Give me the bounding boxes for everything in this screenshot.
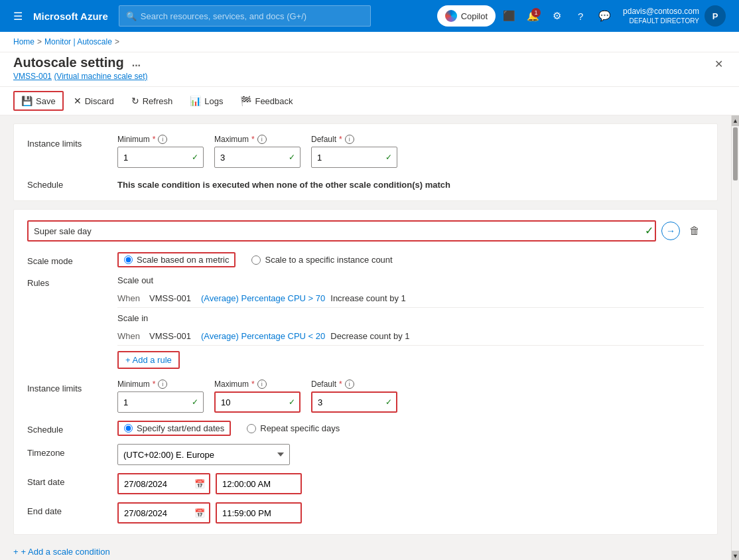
start-date-label: Start date	[27, 473, 107, 487]
minimum-check-icon: ✓	[192, 153, 198, 162]
rule1-when: When	[117, 293, 144, 303]
avatar[interactable]: P	[705, 5, 726, 27]
logs-icon: 📊	[190, 96, 201, 106]
notifications-button[interactable]: 🔔 1	[522, 5, 543, 27]
sc-minimum-check-icon: ✓	[192, 397, 198, 407]
azure-logo-title: Microsoft Azure	[33, 11, 108, 22]
repeat-days-option[interactable]: Repeat specific days	[247, 423, 340, 433]
page-title: Autoscale setting ...	[13, 55, 148, 70]
breadcrumb-monitor[interactable]: Monitor | Autoscale	[44, 37, 112, 46]
minimum-input[interactable]	[117, 147, 204, 168]
sc-default-label: Default	[311, 380, 336, 389]
scale-count-radio[interactable]	[251, 255, 261, 265]
sc-maximum-input[interactable]	[214, 391, 301, 413]
feedback-button[interactable]: 🏁 Feedback	[233, 92, 300, 110]
refresh-button[interactable]: ↻ Refresh	[124, 92, 180, 110]
settings-icon: ⚙	[553, 10, 561, 22]
scroll-up-button[interactable]: ▲	[732, 115, 739, 126]
feedback-icon-button[interactable]: 💬	[594, 5, 615, 27]
cloud-shell-button[interactable]: ⬛	[498, 5, 519, 27]
condition-arrow-button[interactable]: →	[661, 222, 680, 240]
sc-maximum-label: Maximum	[214, 380, 249, 389]
default-group: Default * i ✓	[311, 135, 397, 168]
maximum-check-icon: ✓	[289, 153, 295, 162]
rule2-action: Decrease count by 1	[330, 331, 409, 341]
search-input[interactable]	[141, 11, 364, 21]
max-group: Maximum * i ✓	[214, 135, 301, 168]
sc-min-group: Minimum * i ✓	[117, 380, 204, 413]
settings-button[interactable]: ⚙	[546, 5, 567, 27]
condition-name-check-icon: ✓	[645, 224, 653, 237]
logs-button[interactable]: 📊 Logs	[182, 92, 230, 110]
rule1-condition[interactable]: (Average) Percentage CPU > 70	[201, 293, 325, 303]
plus-icon: +	[13, 547, 19, 557]
add-condition-label: + Add a scale condition	[21, 547, 110, 557]
scale-metric-label: Scale based on a metric	[137, 255, 229, 265]
page-subtitle[interactable]: VMSS-001 (Virtual machine scale set)	[13, 72, 148, 81]
default-info-icon[interactable]: i	[345, 135, 354, 144]
specify-dates-radio[interactable]	[124, 424, 133, 433]
condition-name-input[interactable]	[27, 220, 656, 242]
rule1-resource: VMSS-001	[149, 293, 196, 303]
save-button[interactable]: 💾 Save	[13, 91, 64, 111]
refresh-icon: ↻	[131, 96, 139, 106]
feedback-nav-icon: 💬	[598, 10, 611, 22]
sc-default-input[interactable]	[311, 391, 397, 413]
user-name-display: pdavis@contoso.com DEFAULT DIRECTORY	[623, 7, 699, 26]
rule2-condition[interactable]: (Average) Percentage CPU < 20	[201, 331, 325, 341]
start-time-input[interactable]	[216, 473, 302, 494]
scroll-down-button[interactable]: ▼	[732, 551, 739, 560]
scale-in-label: Scale in	[117, 313, 704, 323]
help-icon: ?	[578, 11, 583, 22]
start-date-calendar-icon[interactable]: 📅	[194, 479, 205, 489]
breadcrumb: Home > Monitor | Autoscale >	[0, 32, 739, 52]
sc-maximum-info-icon[interactable]: i	[257, 380, 267, 389]
copilot-icon	[445, 10, 457, 22]
minimum-info-icon[interactable]: i	[158, 135, 167, 144]
search-bar[interactable]: 🔍	[119, 5, 371, 27]
default-input[interactable]	[311, 147, 397, 168]
add-condition-button[interactable]: + + Add a scale condition	[13, 543, 110, 560]
schedule-radio-group: Specify start/end dates Repeat specific …	[117, 421, 340, 436]
page-options-button[interactable]: ...	[132, 57, 141, 69]
toolbar: 💾 Save ✕ Discard ↻ Refresh 📊 Logs 🏁 Feed…	[0, 87, 739, 115]
scale-out-label: Scale out	[117, 275, 704, 285]
repeat-days-radio[interactable]	[247, 424, 256, 433]
scale-metric-radio[interactable]	[124, 255, 133, 264]
timezone-select[interactable]: (UTC+02:00) E. Europe	[117, 444, 290, 465]
scale-mode-label: Scale mode	[27, 252, 107, 266]
top-navigation: ☰ Microsoft Azure 🔍 Copilot ⬛ 🔔 1 ⚙ ? 💬 …	[0, 0, 739, 32]
end-date-label: End date	[27, 502, 107, 516]
scale-count-label: Scale to a specific instance count	[265, 255, 392, 265]
copilot-button[interactable]: Copilot	[437, 5, 496, 27]
discard-button[interactable]: ✕ Discard	[66, 92, 121, 110]
sc-default-info-icon[interactable]: i	[345, 380, 354, 389]
hamburger-menu-icon[interactable]: ☰	[8, 7, 28, 25]
minimum-label: Minimum	[117, 135, 150, 144]
maximum-info-icon[interactable]: i	[257, 135, 267, 144]
maximum-input[interactable]	[214, 147, 301, 168]
main-content: Instance limits Minimum * i ✓	[0, 115, 731, 560]
page-header: Autoscale setting ... VMSS-001 (Virtual …	[0, 52, 739, 87]
table-row: When VMSS-001 (Average) Percentage CPU >…	[117, 289, 704, 308]
end-time-input[interactable]	[216, 502, 302, 524]
breadcrumb-home[interactable]: Home	[13, 37, 34, 46]
condition-name-row: ✓ → 🗑	[27, 220, 704, 242]
condition-delete-button[interactable]: 🗑	[685, 224, 704, 238]
default-check-icon: ✓	[385, 153, 392, 162]
sc-minimum-label: Minimum	[117, 380, 150, 389]
end-date-calendar-icon[interactable]: 📅	[194, 508, 205, 518]
sc-minimum-info-icon[interactable]: i	[158, 380, 167, 389]
required-star-def: *	[339, 135, 342, 144]
help-button[interactable]: ?	[570, 5, 591, 27]
sc-minimum-input[interactable]	[117, 391, 204, 413]
scrollbar-thumb[interactable]	[733, 127, 738, 180]
user-profile[interactable]: pdavis@contoso.com DEFAULT DIRECTORY P	[618, 5, 731, 27]
default-instance-limits-row: Instance limits Minimum * i ✓	[27, 135, 704, 168]
specify-dates-container: Specify start/end dates	[117, 421, 231, 436]
repeat-days-label: Repeat specific days	[260, 423, 340, 433]
close-button[interactable]: ✕	[712, 55, 726, 73]
scale-count-option[interactable]: Scale to a specific instance count	[251, 255, 392, 265]
scrollbar[interactable]: ▲ ▼	[731, 115, 739, 560]
add-rule-button[interactable]: + Add a rule	[117, 351, 180, 369]
